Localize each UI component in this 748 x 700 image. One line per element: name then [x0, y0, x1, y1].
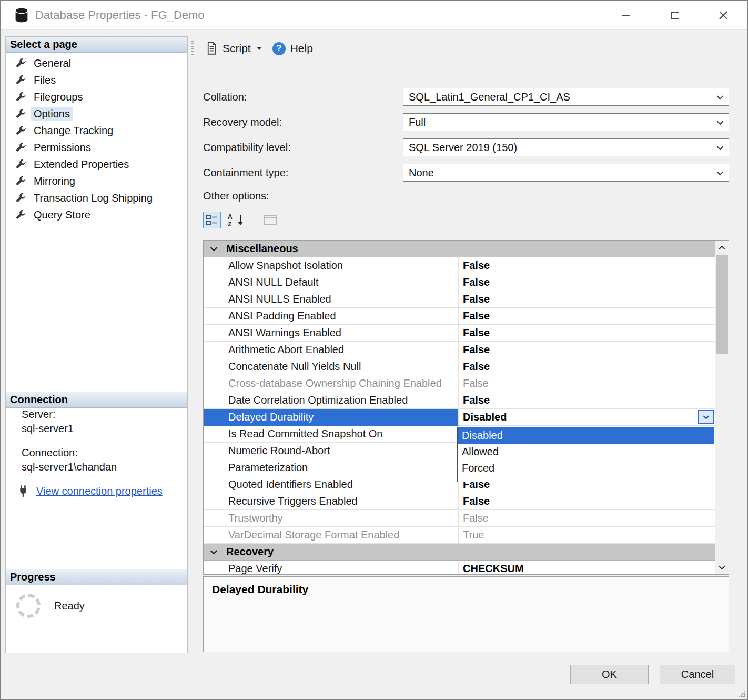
property-pages-button[interactable]: [261, 212, 279, 228]
property-row: Date Correlation Optimization EnabledFal…: [204, 392, 715, 409]
database-icon: [14, 8, 29, 23]
compatibility-level-select[interactable]: SQL Server 2019 (150): [403, 138, 729, 156]
script-button[interactable]: Script: [200, 38, 267, 58]
value-combo-button[interactable]: [698, 410, 714, 424]
wrench-icon: [16, 193, 26, 203]
collation-label: Collation:: [203, 88, 247, 106]
sidebar-item-mirroring[interactable]: Mirroring: [6, 173, 187, 189]
property-row: Allow Snapshot IsolationFalse: [204, 257, 715, 274]
wrench-icon: [16, 75, 26, 85]
progress-header: Progress: [6, 569, 187, 585]
minimize-button[interactable]: [613, 5, 638, 26]
wrench-icon: [16, 176, 26, 186]
sidebar-item-general[interactable]: General: [6, 55, 187, 72]
property-row-selected: Delayed Durability Disabled: [204, 409, 715, 426]
sort-alphabetical-icon: A Z: [227, 213, 247, 227]
svg-text:Z: Z: [228, 221, 231, 227]
property-row: ANSI NULL DefaultFalse: [204, 274, 715, 291]
grid-scrollbar[interactable]: [715, 241, 729, 574]
resize-grip[interactable]: [738, 690, 745, 697]
collapse-chevron-icon: [210, 549, 218, 555]
page-list: General Files Filegroups Options Change …: [6, 55, 187, 223]
containment-type-label: Containment type:: [203, 164, 288, 182]
sidebar-item-filegroups[interactable]: Filegroups: [6, 88, 187, 105]
property-row: ANSI Padding EnabledFalse: [204, 308, 715, 325]
categorized-button[interactable]: [203, 212, 221, 228]
help-icon: ?: [272, 42, 286, 55]
wrench-icon: [16, 159, 26, 169]
collation-select[interactable]: SQL_Latin1_General_CP1_CI_AS: [403, 88, 729, 106]
connection-header: Connection: [6, 392, 187, 408]
ok-button[interactable]: OK: [570, 665, 649, 684]
chevron-down-icon: [716, 95, 724, 100]
svg-text:A: A: [228, 213, 233, 221]
progress-info: Ready: [6, 585, 187, 618]
sort-alphabetical-button[interactable]: A Z: [225, 212, 248, 228]
description-title: Delayed Durability: [212, 583, 720, 596]
category-recovery[interactable]: Recovery: [204, 544, 715, 561]
scroll-down-icon[interactable]: [715, 561, 729, 574]
maximize-button[interactable]: [662, 5, 688, 26]
category-miscellaneous[interactable]: Miscellaneous: [204, 241, 715, 257]
chevron-down-icon: [716, 171, 724, 176]
view-connection-properties-link[interactable]: View connection properties: [36, 485, 163, 497]
chevron-down-icon: [716, 145, 724, 151]
categorized-icon: [205, 214, 219, 226]
dropdown-option-allowed[interactable]: Allowed: [458, 444, 714, 460]
property-description-panel: Delayed Durability: [203, 576, 729, 652]
sidebar-item-permissions[interactable]: Permissions: [6, 139, 187, 156]
property-row: Concatenate Null Yields NullFalse: [204, 358, 715, 375]
collapse-chevron-icon: [210, 246, 218, 252]
dropdown-option-forced[interactable]: Forced: [458, 460, 714, 476]
main-toolbar: Script ? Help: [188, 36, 744, 61]
toolbar-grip: [191, 41, 194, 56]
progress-spinner-icon: [16, 594, 41, 618]
server-label: Server:: [22, 408, 187, 421]
dropdown-caret-icon: [257, 47, 262, 50]
maximize-icon: [671, 12, 679, 19]
dropdown-option-disabled[interactable]: Disabled: [458, 427, 714, 444]
database-properties-dialog: Database Properties - FG_Demo Select a p…: [0, 0, 748, 700]
grid-mini-toolbar: A Z: [203, 211, 279, 229]
other-options-label: Other options:: [203, 190, 269, 202]
compatibility-level-label: Compatibility level:: [203, 138, 291, 156]
recovery-model-select[interactable]: Full: [403, 113, 729, 131]
sidebar-item-options[interactable]: Options: [6, 105, 187, 122]
server-value: sql-server1: [22, 423, 187, 435]
sidebar-item-change-tracking[interactable]: Change Tracking: [6, 122, 187, 139]
chevron-down-icon: [716, 120, 724, 125]
property-row: Recursive Triggers EnabledFalse: [204, 493, 715, 510]
property-pages-icon: [263, 214, 278, 226]
wrench-icon: [16, 126, 26, 136]
scrollbar-thumb[interactable]: [716, 255, 728, 354]
sidebar-item-files[interactable]: Files: [6, 72, 187, 88]
toolbar-separator: [255, 213, 255, 227]
wrench-icon: [16, 92, 26, 102]
script-icon: [205, 42, 218, 55]
property-row: ANSI Warnings EnabledFalse: [204, 325, 715, 342]
wrench-icon: [16, 143, 26, 153]
help-button[interactable]: ? Help: [267, 39, 318, 58]
property-row-readonly: VarDecimal Storage Format EnabledTrue: [204, 527, 715, 544]
scroll-up-icon[interactable]: [715, 241, 729, 254]
close-icon: [719, 11, 728, 20]
sidebar-item-transaction-log-shipping[interactable]: Transaction Log Shipping: [6, 189, 187, 206]
cancel-button[interactable]: Cancel: [660, 665, 735, 684]
sidebar-item-query-store[interactable]: Query Store: [6, 206, 187, 223]
progress-status: Ready: [54, 600, 85, 612]
wrench-icon: [16, 109, 26, 119]
containment-type-select[interactable]: None: [403, 164, 729, 182]
wrench-icon: [16, 210, 26, 220]
select-a-page-header: Select a page: [6, 37, 187, 53]
sidebar-item-extended-properties[interactable]: Extended Properties: [6, 156, 187, 173]
close-button[interactable]: [711, 5, 736, 26]
property-row-readonly: TrustworthyFalse: [204, 510, 715, 527]
recovery-model-label: Recovery model:: [203, 113, 282, 131]
delayed-durability-dropdown: Disabled Allowed Forced: [457, 427, 714, 482]
property-grid: Miscellaneous Allow Snapshot IsolationFa…: [203, 240, 729, 575]
wrench-icon: [16, 58, 26, 68]
titlebar: Database Properties - FG_Demo: [1, 1, 747, 30]
property-row: Arithmetic Abort EnabledFalse: [204, 342, 715, 358]
connection-info: Server: sql-server1 Connection: sql-serv…: [6, 408, 187, 497]
chevron-down-icon: [703, 415, 710, 419]
